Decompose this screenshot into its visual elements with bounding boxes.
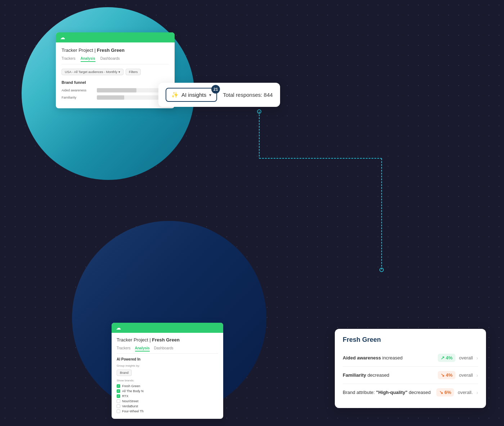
- bottom-card-title: Tracker Project | Fresh Green: [117, 337, 218, 343]
- brand-item-nouristreet: NouriStreet: [117, 399, 218, 403]
- insight-overall-aided: overall: [459, 355, 473, 361]
- brand-checkbox-fresh-green[interactable]: ✓: [117, 384, 120, 388]
- ai-insights-card: ✨ AI insights ▾ 21 Total responses: 844: [158, 83, 280, 107]
- tab-dashboards[interactable]: Dashboards: [100, 56, 120, 62]
- top-app-card: ☁ Tracker Project | Fresh Green Trackers…: [56, 32, 175, 108]
- total-responses-text: Total responses: 844: [223, 92, 273, 98]
- app-card-tabs-top: Trackers Analysis Dashboards: [62, 56, 169, 64]
- metric-row-aided-awareness: Aided awareness: [62, 88, 169, 92]
- filter-label: USA - All Target audiences - Monthly: [65, 70, 117, 74]
- chevron-right-icon-aided[interactable]: ›: [476, 355, 478, 361]
- brand-item-four-wheel: Four-Wheel Th: [117, 409, 218, 413]
- metric-label-aided: Aided awareness: [62, 89, 94, 92]
- show-brands-label: Show brands:: [117, 379, 218, 382]
- insights-detail-title: Fresh Green: [343, 336, 478, 344]
- app-logo-icon: ☁: [60, 35, 65, 40]
- total-responses-label: Total responses:: [223, 92, 262, 98]
- bottom-tab-analysis[interactable]: Analysis: [135, 346, 150, 352]
- metric-bar-familiarity: [97, 95, 124, 100]
- insight-row-aided-awareness: Aided awareness increased ↗ 4% overall ›: [343, 349, 478, 367]
- brand-label-fresh-green: Fresh Green: [122, 384, 140, 388]
- app-card-filter: USA - All Target audiences - Monthly ▾ F…: [62, 69, 169, 75]
- ai-insights-label: AI insights: [181, 92, 206, 98]
- ai-magic-icon: ✨: [171, 91, 179, 98]
- app-card-header-bottom: ☁: [112, 323, 223, 333]
- section-title-brand-funnel: Brand funnel: [62, 80, 169, 85]
- brand-item-rtx: ✓ RTX: [117, 394, 218, 398]
- insight-overall-brand-attr: overall.: [458, 390, 473, 395]
- brand-label-all-body: All The Body N: [122, 389, 144, 393]
- insight-strong-aided: Aided awareness: [343, 355, 381, 361]
- chevron-down-icon: ▾: [209, 92, 211, 98]
- brand-item-all-body: ✓ All The Body N: [117, 389, 218, 393]
- insights-detail-card: Fresh Green Aided awareness increased ↗ …: [335, 329, 486, 408]
- brand-checkbox-all-body[interactable]: ✓: [117, 389, 120, 393]
- app-card-title-top: Tracker Project | Fresh Green: [62, 47, 169, 53]
- brand-checkbox-verdaburst[interactable]: [117, 404, 120, 408]
- brand-label-nouristreet: NouriStreet: [122, 399, 139, 403]
- insight-text-aided: Aided awareness increased: [343, 355, 434, 361]
- brand-checkbox-four-wheel[interactable]: [117, 409, 120, 413]
- bottom-card-tabs: Trackers Analysis Dashboards: [117, 346, 218, 354]
- brand-input[interactable]: Brand: [117, 370, 132, 376]
- total-responses-value: 844: [264, 92, 273, 98]
- insight-strong-familiarity: Familiarity: [343, 372, 366, 378]
- title-brand: Fresh Green: [97, 47, 125, 53]
- audience-dropdown[interactable]: USA - All Target audiences - Monthly ▾: [62, 69, 123, 75]
- bottom-title-brand: Fresh Green: [152, 337, 180, 343]
- bottom-title-prefix: Tracker Project |: [117, 337, 152, 343]
- brand-label-verdaburst: VerdaBurst: [122, 404, 138, 408]
- app-card-header-top: ☁: [56, 32, 175, 42]
- insight-badge-aided: ↗ 4%: [438, 354, 455, 362]
- insight-overall-familiarity: overall: [459, 372, 473, 378]
- app-card-body-top: Tracker Project | Fresh Green Trackers A…: [56, 42, 175, 108]
- insight-badge-brand-attr: ↘ 6%: [436, 388, 454, 396]
- title-prefix: Tracker Project |: [62, 47, 97, 53]
- insight-text-brand-attr: Brand attribute: "High-quality" decrease…: [343, 390, 433, 395]
- metric-bar-container-aided: [97, 88, 169, 92]
- metric-row-familiarity: Familiarity: [62, 95, 169, 100]
- insight-strong-high-quality: "High-quality": [376, 390, 408, 395]
- insight-row-familiarity: Familiarity decreased ↘ 4% overall ›: [343, 367, 478, 384]
- metric-label-familiarity: Familiarity: [62, 96, 94, 99]
- tab-analysis[interactable]: Analysis: [81, 56, 95, 62]
- brand-item-verdaburst: VerdaBurst: [117, 404, 218, 408]
- bottom-tab-dashboards[interactable]: Dashboards: [154, 346, 174, 352]
- brand-item-fresh-green: ✓ Fresh Green: [117, 384, 218, 388]
- insight-row-brand-attribute: Brand attribute: "High-quality" decrease…: [343, 384, 478, 401]
- app-logo-icon-bottom: ☁: [116, 325, 121, 331]
- brand-checkbox-nouristreet[interactable]: [117, 399, 120, 403]
- metric-bar-container-familiarity: [97, 95, 169, 100]
- brand-label-rtx: RTX: [122, 394, 129, 398]
- bottom-app-card: ☁ Tracker Project | Fresh Green Trackers…: [112, 323, 223, 419]
- chevron-right-icon-familiarity[interactable]: ›: [476, 372, 478, 378]
- ai-powered-title: AI Powered In: [117, 357, 218, 361]
- group-insights-by-label: Group insights by:: [117, 364, 218, 367]
- filters-button[interactable]: Filters: [126, 69, 141, 75]
- bottom-tab-trackers[interactable]: Trackers: [117, 346, 131, 352]
- brand-checkbox-rtx[interactable]: ✓: [117, 394, 120, 398]
- ai-badge-count: 21: [211, 85, 220, 94]
- chevron-down-icon: ▾: [118, 70, 120, 74]
- insight-text-familiarity: Familiarity decreased: [343, 372, 434, 378]
- ai-insights-button[interactable]: ✨ AI insights ▾ 21: [166, 88, 217, 102]
- chevron-right-icon-brand-attr[interactable]: ›: [476, 390, 478, 395]
- brand-label-four-wheel: Four-Wheel Th: [122, 409, 144, 413]
- bottom-card-body: Tracker Project | Fresh Green Trackers A…: [112, 333, 223, 419]
- metric-bar-aided: [97, 88, 136, 92]
- tab-trackers[interactable]: Trackers: [62, 56, 76, 62]
- insight-badge-familiarity: ↘ 4%: [438, 371, 455, 379]
